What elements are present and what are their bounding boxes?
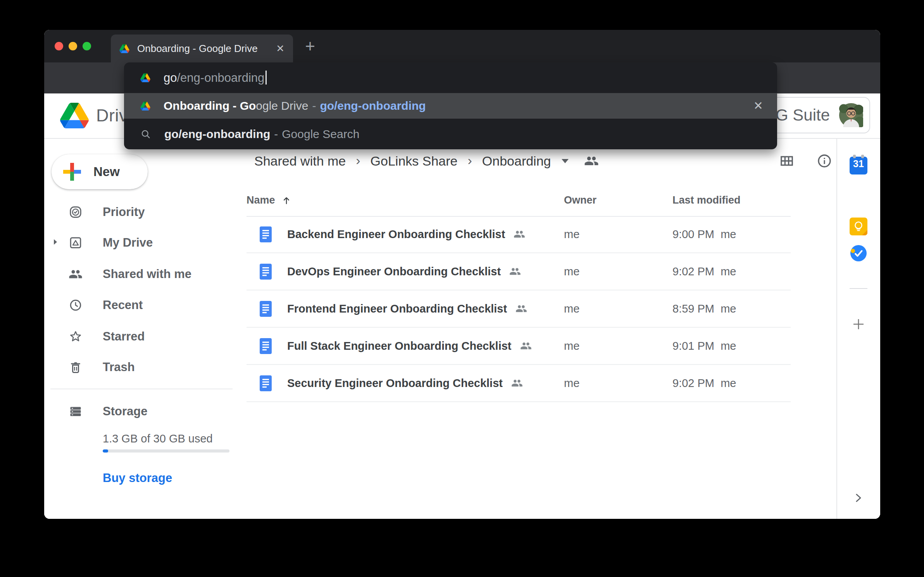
tasks-icon[interactable] <box>850 244 867 262</box>
star-icon <box>69 330 83 344</box>
screenshot-canvas: { "browser": { "tab_title": "Onboarding … <box>0 0 924 577</box>
storage-icon <box>69 404 83 418</box>
file-row[interactable]: Frontend Engineer Onboarding Checklist m… <box>247 290 791 328</box>
sidebar-item-trash[interactable]: Trash <box>44 356 238 378</box>
google-docs-icon <box>260 264 272 280</box>
window-zoom-button[interactable] <box>83 42 91 50</box>
info-icon[interactable] <box>817 153 832 169</box>
remove-suggestion-icon[interactable]: ✕ <box>753 100 763 112</box>
omnibox[interactable]: go/eng-onboarding <box>124 62 777 93</box>
file-owner: me <box>564 228 579 241</box>
new-button-label: New <box>93 164 120 179</box>
shared-people-icon <box>509 266 521 277</box>
breadcrumb-shared-with-me[interactable]: Shared with me <box>254 154 346 169</box>
drive-favicon-icon <box>140 102 150 111</box>
file-name: Backend Engineer Onboarding Checklist <box>287 228 505 241</box>
sort-ascending-arrow-icon[interactable] <box>281 195 291 206</box>
file-owner: me <box>564 265 579 278</box>
column-header-last-modified[interactable]: Last modified <box>672 194 741 206</box>
sidebar-item-my-drive[interactable]: My Drive <box>44 231 238 254</box>
new-button[interactable]: New <box>52 154 148 189</box>
storage-usage-text: 1.3 GB of 30 GB used <box>103 432 213 445</box>
breadcrumb: Shared with me › GoLinks Share › Onboard… <box>254 150 599 172</box>
gsuite-label: G Suite <box>776 106 830 124</box>
text-cursor <box>265 71 267 85</box>
breadcrumb-chevron-icon: › <box>356 153 360 169</box>
suggestion-drive-result[interactable]: Onboarding - Google Drive-go/eng-onboard… <box>124 93 777 119</box>
storage-progress-bar <box>103 449 229 453</box>
calendar-day-number: 31 <box>850 158 867 169</box>
my-drive-icon <box>69 236 83 250</box>
file-row[interactable]: Full Stack Engineer Onboarding Checklist… <box>247 328 791 365</box>
folder-shared-people-icon <box>584 154 599 168</box>
priority-check-icon <box>69 205 83 219</box>
search-icon <box>140 129 151 140</box>
file-row[interactable]: Security Engineer Onboarding Checklist m… <box>247 365 791 402</box>
drive-favicon-icon <box>140 73 150 82</box>
breadcrumb-onboarding[interactable]: Onboarding <box>482 154 551 169</box>
file-owner: me <box>564 302 579 315</box>
window-minimize-button[interactable] <box>69 42 77 50</box>
sidebar-item-shared-with-me[interactable]: Shared with me <box>44 263 238 285</box>
google-docs-icon <box>260 301 272 317</box>
shared-people-icon <box>511 377 523 389</box>
window-close-button[interactable] <box>55 42 63 50</box>
file-modified: 9:02 PM me <box>672 265 736 278</box>
file-owner: me <box>564 377 579 390</box>
calendar-icon[interactable]: 31 <box>850 157 867 174</box>
gsuite-badge: G Suite <box>765 97 870 133</box>
file-modified: 9:00 PM me <box>672 228 736 241</box>
drive-logo-icon <box>60 103 89 128</box>
sidebar-item-recent[interactable]: Recent <box>44 294 238 316</box>
shared-people-icon <box>515 303 527 314</box>
column-header-owner[interactable]: Owner <box>564 194 596 206</box>
trash-icon <box>69 360 83 374</box>
file-row[interactable]: DevOps Engineer Onboarding Checklist me … <box>247 253 791 290</box>
tab-strip: Onboarding - Google Drive ✕ + <box>44 30 880 62</box>
omnibox-dropdown: go/eng-onboarding Onboarding - Google Dr… <box>124 62 777 149</box>
file-name: DevOps Engineer Onboarding Checklist <box>287 265 501 278</box>
sidebar-item-storage[interactable]: Storage <box>44 400 238 423</box>
file-modified: 9:02 PM me <box>672 377 736 390</box>
drive-favicon-icon <box>119 44 129 53</box>
browser-window: Onboarding - Google Drive ✕ + <box>44 30 880 519</box>
sidebar-item-starred[interactable]: Starred <box>44 325 238 348</box>
collapse-panel-chevron-icon[interactable] <box>854 493 863 503</box>
tab-close-icon[interactable]: ✕ <box>276 43 284 54</box>
side-panel-mini-divider <box>850 288 867 289</box>
google-plus-multicolor-icon <box>63 163 81 181</box>
account-avatar[interactable] <box>839 103 863 127</box>
breadcrumb-chevron-icon: › <box>467 153 472 169</box>
google-docs-icon <box>260 375 272 391</box>
storage-progress-fill <box>103 449 108 453</box>
side-panel-divider <box>836 139 837 519</box>
file-modified: 8:59 PM me <box>672 302 736 315</box>
folder-menu-caret-icon[interactable] <box>562 159 569 163</box>
shared-with-me-icon <box>69 267 83 281</box>
shared-people-icon <box>520 340 532 352</box>
file-name: Full Stack Engineer Onboarding Checklist <box>287 340 512 352</box>
google-docs-icon <box>260 226 272 242</box>
sidebar-divider <box>50 389 233 389</box>
google-docs-icon <box>260 338 272 354</box>
file-owner: me <box>564 340 579 352</box>
breadcrumb-golinks-share[interactable]: GoLinks Share <box>371 154 458 169</box>
tab-title: Onboarding - Google Drive <box>137 43 258 55</box>
shared-people-icon <box>514 228 525 240</box>
omnibox-input[interactable]: go/eng-onboarding <box>164 71 267 85</box>
file-row[interactable]: Backend Engineer Onboarding Checklist me… <box>247 216 791 253</box>
file-name: Frontend Engineer Onboarding Checklist <box>287 302 507 315</box>
column-header-name[interactable]: Name <box>247 194 291 206</box>
browser-tab[interactable]: Onboarding - Google Drive ✕ <box>111 35 293 62</box>
file-name: Security Engineer Onboarding Checklist <box>287 377 503 390</box>
sidebar-item-priority[interactable]: Priority <box>44 201 238 223</box>
recent-clock-icon <box>69 298 83 312</box>
add-side-panel-app-icon[interactable] <box>852 318 865 331</box>
new-tab-button[interactable]: + <box>302 38 319 55</box>
grid-view-toggle-icon[interactable] <box>779 153 795 169</box>
suggestion-google-search[interactable]: go/eng-onboarding-Google Search <box>124 119 777 149</box>
file-modified: 9:01 PM me <box>672 340 736 352</box>
keep-icon[interactable] <box>850 218 867 235</box>
buy-storage-link[interactable]: Buy storage <box>103 471 172 485</box>
